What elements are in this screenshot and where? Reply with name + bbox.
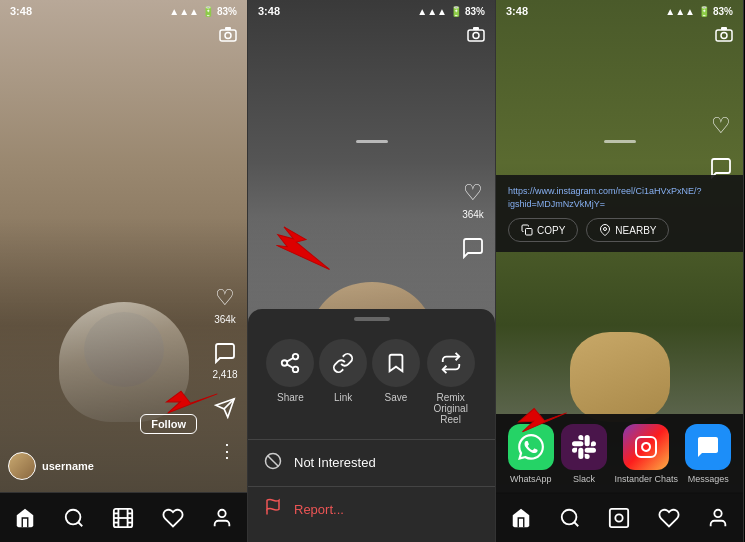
sheet-link-button[interactable]: Link: [319, 339, 367, 425]
svg-point-21: [293, 367, 299, 373]
comment-button-2[interactable]: [459, 234, 487, 262]
svg-point-38: [715, 509, 722, 516]
share-label: Share: [277, 392, 304, 403]
profile-nav[interactable]: [204, 500, 240, 536]
share-url: https://www.instagram.com/reel/Ci1aHVxPx…: [508, 185, 731, 210]
svg-point-15: [219, 509, 226, 516]
bottom-sheet: Share Link Save: [248, 309, 495, 542]
svg-point-19: [293, 354, 299, 360]
save-icon-wrap: [372, 339, 420, 387]
svg-rect-29: [721, 27, 727, 30]
camera-icon-2[interactable]: [467, 26, 485, 46]
instander-share-button[interactable]: Instander Chats: [614, 424, 678, 484]
svg-point-20: [282, 360, 288, 366]
likes-nav-3[interactable]: [651, 500, 687, 536]
status-right: ▲▲▲ 🔋 83%: [169, 6, 237, 17]
battery-3: 🔋: [698, 6, 710, 17]
report-label: Report...: [294, 502, 344, 517]
comment-button[interactable]: 2,418: [211, 339, 239, 380]
home-nav[interactable]: [7, 500, 43, 536]
remix-label: Remix Original Reel: [425, 392, 477, 425]
copy-label: COPY: [537, 225, 565, 236]
not-interested-label: Not Interested: [294, 455, 376, 470]
svg-point-28: [721, 33, 727, 39]
svg-rect-30: [526, 229, 533, 236]
search-nav-3[interactable]: [552, 500, 588, 536]
sheet-remix-button[interactable]: Remix Original Reel: [425, 339, 477, 425]
bottom-nav-3: [496, 492, 743, 542]
status-time: 3:48: [10, 5, 32, 17]
scroll-indicator-3: [604, 140, 636, 143]
panel-3: 3:48 ▲▲▲ 🔋 83% ♡ https://www.i: [496, 0, 744, 542]
svg-line-35: [574, 522, 578, 526]
scroll-indicator: [356, 140, 388, 143]
camera-icon-3[interactable]: [715, 26, 733, 46]
like-button[interactable]: ♡ 364k: [211, 284, 239, 325]
search-nav[interactable]: [56, 500, 92, 536]
status-bar-2: 3:48 ▲▲▲ 🔋 83%: [248, 0, 495, 22]
not-interested-icon: [264, 452, 282, 474]
link-icon-wrap: [319, 339, 367, 387]
signal-2: ▲▲▲: [417, 6, 447, 17]
status-right-2: ▲▲▲ 🔋 83%: [417, 6, 485, 17]
like-count-2: 364k: [462, 209, 484, 220]
whatsapp-label: WhatsApp: [510, 474, 552, 484]
svg-rect-36: [610, 508, 628, 526]
like-button-3[interactable]: ♡: [707, 112, 735, 140]
panel-1: 3:48 ▲▲▲ 🔋 83% ♡ 364k 2,418: [0, 0, 248, 542]
dog-body-3: [570, 332, 670, 422]
messages-label: Messages: [688, 474, 729, 484]
nearby-label: NEARBY: [615, 225, 656, 236]
sheet-share-button[interactable]: Share: [266, 339, 314, 425]
camera-icon[interactable]: [219, 26, 237, 46]
like-button-2[interactable]: ♡ 364k: [459, 179, 487, 220]
copy-button[interactable]: COPY: [508, 218, 578, 242]
svg-line-22: [287, 364, 293, 368]
save-label: Save: [384, 392, 407, 403]
not-interested-button[interactable]: Not Interested: [248, 440, 495, 486]
action-buttons-2: ♡ 364k: [459, 179, 487, 262]
slack-label: Slack: [573, 474, 595, 484]
svg-point-37: [616, 514, 623, 521]
bottom-nav-1: [0, 492, 247, 542]
svg-point-34: [562, 509, 577, 524]
svg-rect-32: [636, 437, 656, 457]
likes-nav[interactable]: [155, 500, 191, 536]
svg-point-1: [225, 33, 231, 39]
signal-icon: ▲▲▲: [169, 6, 199, 17]
share-buttons-row: COPY NEARBY: [508, 218, 731, 242]
link-label: Link: [334, 392, 352, 403]
reels-nav[interactable]: [105, 500, 141, 536]
reels-nav-3[interactable]: [601, 500, 637, 536]
panel-2: 3:48 ▲▲▲ 🔋 83% ♡ 364k: [248, 0, 496, 542]
messages-share-button[interactable]: Messages: [685, 424, 731, 484]
battery-pct: 83%: [217, 6, 237, 17]
comment-icon: [211, 339, 239, 367]
svg-line-23: [287, 358, 293, 362]
profile-nav-3[interactable]: [700, 500, 736, 536]
messages-icon: [685, 424, 731, 470]
battery-icon: 🔋: [202, 6, 214, 17]
avatar[interactable]: [8, 452, 36, 480]
status-bar-3: 3:48 ▲▲▲ 🔋 83%: [496, 0, 743, 22]
instander-icon: [623, 424, 669, 470]
more-options-button[interactable]: ⋮: [218, 440, 235, 462]
svg-rect-27: [716, 30, 732, 41]
svg-line-6: [78, 522, 82, 526]
like-count: 364k: [214, 314, 236, 325]
home-nav-3[interactable]: [503, 500, 539, 536]
signal-3: ▲▲▲: [665, 6, 695, 17]
comment-count: 2,418: [212, 369, 237, 380]
svg-rect-0: [220, 30, 236, 41]
nearby-button[interactable]: NEARBY: [586, 218, 669, 242]
comment-icon-2: [459, 234, 487, 262]
status-time-2: 3:48: [258, 5, 280, 17]
svg-line-25: [268, 455, 279, 466]
sheet-actions-row: Share Link Save: [248, 333, 495, 439]
svg-rect-16: [468, 30, 484, 41]
status-right-3: ▲▲▲ 🔋 83%: [665, 6, 733, 17]
remix-icon-wrap: [427, 339, 475, 387]
report-button[interactable]: Report...: [248, 486, 495, 532]
battery-pct-3: 83%: [713, 6, 733, 17]
sheet-save-button[interactable]: Save: [372, 339, 420, 425]
